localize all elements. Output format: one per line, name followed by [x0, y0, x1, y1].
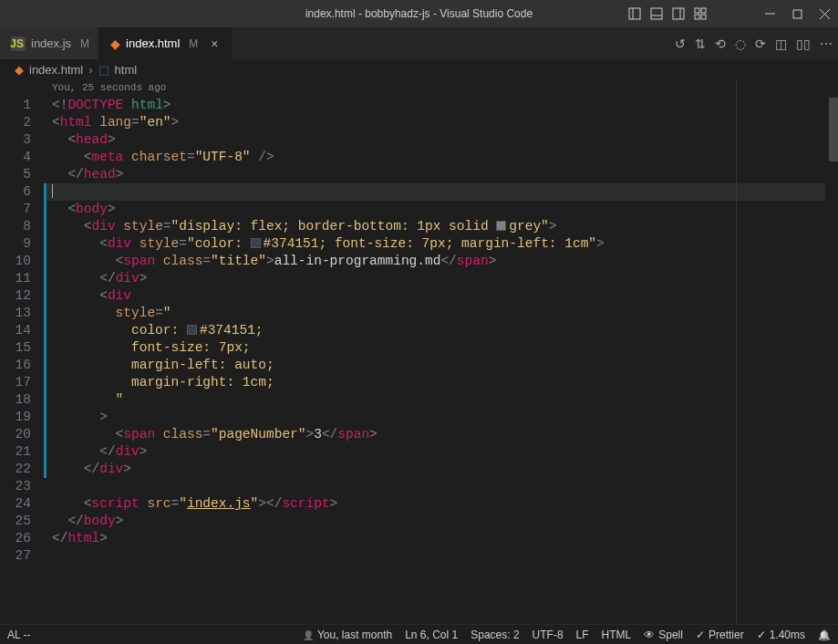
eol[interactable]: LF: [576, 628, 589, 641]
svg-rect-4: [673, 8, 684, 19]
split-icon[interactable]: ▯▯: [796, 36, 811, 51]
code-area[interactable]: You, 25 seconds ago <!DOCTYPE html> <htm…: [47, 79, 825, 624]
code-line: <body>: [47, 201, 825, 218]
close-tab-icon[interactable]: ×: [207, 36, 222, 51]
svg-rect-8: [695, 15, 699, 19]
code-line: <!DOCTYPE html>: [47, 97, 825, 114]
modified-indicator: M: [189, 37, 198, 50]
code-line: <div style="color: #374151; font-size: 7…: [47, 235, 825, 253]
code-line: [47, 547, 825, 565]
check-icon: [757, 628, 766, 641]
color-swatch-icon[interactable]: [496, 221, 506, 231]
minimize-button[interactable]: [756, 0, 783, 27]
bell-icon: [818, 628, 831, 641]
svg-rect-6: [695, 8, 699, 13]
diff-icon[interactable]: ⇅: [695, 36, 706, 51]
cursor-position[interactable]: Ln 6, Col 1: [405, 628, 458, 641]
code-line: font-size: 7px;: [47, 339, 825, 357]
modified-indicator: M: [80, 37, 89, 50]
code-line: <div style="display: flex; border-bottom…: [47, 218, 825, 235]
code-line: color: #374151;: [47, 322, 825, 339]
window-title: index.html - bobbyhadz-js - Visual Studi…: [305, 7, 533, 20]
notifications[interactable]: [818, 628, 831, 641]
color-swatch-icon[interactable]: [187, 325, 197, 335]
run-icon[interactable]: ◌: [735, 36, 746, 51]
run-next-icon[interactable]: ⟳: [755, 36, 766, 51]
chevron-right-icon: ›: [88, 63, 92, 77]
preview-icon[interactable]: ◫: [775, 36, 787, 51]
code-line: <meta charset="UTF-8" />: [47, 149, 825, 166]
tab-index-js[interactable]: JS index.js M: [0, 27, 99, 59]
svg-rect-9: [701, 15, 706, 19]
code-line: <div: [47, 287, 825, 305]
code-line: >: [47, 409, 825, 426]
title-bar: index.html - bobbyhadz-js - Visual Studi…: [0, 0, 838, 27]
window-controls: [756, 0, 838, 27]
code-line-current: [47, 183, 825, 201]
svg-rect-0: [629, 8, 640, 19]
svg-rect-7: [701, 8, 706, 13]
panel-right-icon[interactable]: [668, 4, 688, 24]
tab-index-html[interactable]: ◆ index.html M ×: [99, 27, 232, 59]
code-line: <head>: [47, 131, 825, 149]
svg-rect-2: [651, 8, 662, 19]
line-number-gutter: 1 2 3 4 5 6 7 8 9 10 11 12 13 14 15 16 1…: [0, 79, 44, 624]
html-file-icon: ◆: [15, 63, 24, 77]
code-line: [47, 478, 825, 495]
timing[interactable]: 1.40ms: [757, 628, 805, 641]
breadcrumb-file[interactable]: index.html: [29, 63, 83, 77]
minimap-viewport[interactable]: [829, 98, 838, 161]
prettier-status[interactable]: Prettier: [696, 628, 744, 641]
html-file-icon: ◆: [110, 36, 120, 51]
eye-icon: 👁: [644, 628, 655, 641]
vim-mode[interactable]: AL --: [7, 628, 31, 641]
code-line: margin-right: 1cm;: [47, 374, 825, 391]
more-icon[interactable]: ⋯: [820, 36, 833, 51]
check-icon: [696, 628, 705, 641]
run-prev-icon[interactable]: ⟲: [715, 36, 726, 51]
code-line: <script src="index.js"></script>: [47, 495, 825, 513]
code-line: </div>: [47, 461, 825, 478]
svg-rect-11: [793, 10, 802, 18]
code-line: </div>: [47, 270, 825, 287]
code-line: </head>: [47, 166, 825, 183]
tab-bar: JS index.js M ◆ index.html M × ↺ ⇅ ⟲ ◌ ⟳…: [0, 27, 838, 59]
symbol-icon: ⬚: [98, 63, 109, 77]
git-blame-status[interactable]: You, last month: [303, 628, 392, 641]
code-line: ": [47, 391, 825, 409]
code-line: <span class="title">all-in-programming.m…: [47, 253, 825, 270]
panel-left-icon[interactable]: [625, 4, 645, 24]
color-swatch-icon[interactable]: [251, 238, 261, 248]
ruler: [736, 79, 737, 624]
code-line: <span class="pageNumber">3</span>: [47, 426, 825, 443]
js-file-icon: JS: [11, 36, 26, 51]
editor-actions: ↺ ⇅ ⟲ ◌ ⟳ ◫ ▯▯ ⋯: [675, 27, 833, 59]
timeline-icon[interactable]: ↺: [675, 36, 686, 51]
status-bar: AL -- You, last month Ln 6, Col 1 Spaces…: [0, 624, 838, 644]
code-line: </html>: [47, 530, 825, 547]
panel-bottom-icon[interactable]: [647, 4, 667, 24]
close-button[interactable]: [811, 0, 838, 27]
code-line: </div>: [47, 443, 825, 461]
editor[interactable]: 1 2 3 4 5 6 7 8 9 10 11 12 13 14 15 16 1…: [0, 79, 838, 624]
layout-controls: [625, 4, 710, 24]
person-icon: [303, 628, 314, 641]
git-blame-codelens[interactable]: You, 25 seconds ago: [47, 79, 825, 97]
code-line: <html lang="en">: [47, 114, 825, 131]
breadcrumb-symbol[interactable]: html: [115, 63, 138, 77]
maximize-button[interactable]: [783, 0, 811, 27]
encoding[interactable]: UTF-8: [533, 628, 564, 641]
tab-label: index.html: [126, 36, 180, 50]
text-cursor: [52, 184, 53, 198]
indentation[interactable]: Spaces: 2: [471, 628, 519, 641]
code-line: margin-left: auto;: [47, 357, 825, 374]
breadcrumb[interactable]: ◆ index.html › ⬚ html: [0, 59, 838, 79]
code-line: </body>: [47, 513, 825, 530]
language-mode[interactable]: HTML: [602, 628, 632, 641]
minimap[interactable]: [825, 79, 838, 624]
code-line: style=": [47, 305, 825, 322]
customize-layout-icon[interactable]: [690, 4, 710, 24]
tab-label: index.js: [31, 36, 71, 50]
spell-check[interactable]: 👁Spell: [644, 628, 683, 641]
